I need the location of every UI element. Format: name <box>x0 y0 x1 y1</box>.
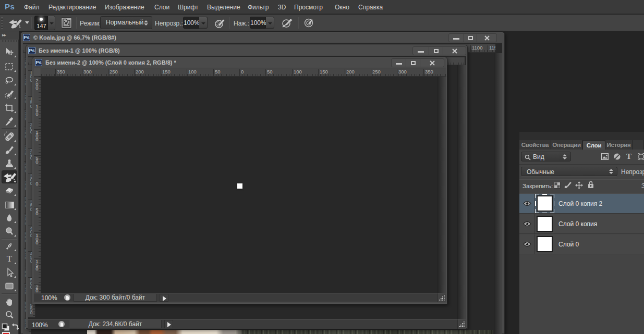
svg-text:T: T <box>7 254 13 264</box>
